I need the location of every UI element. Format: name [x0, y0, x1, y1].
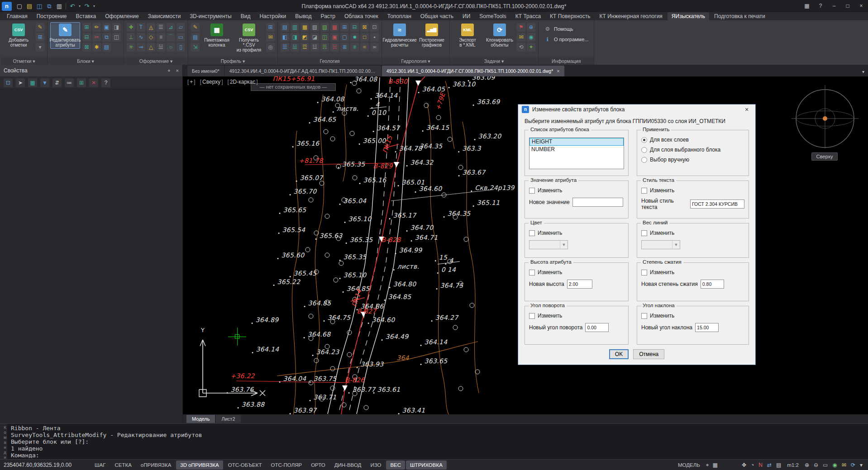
- ribbon-tool-icon[interactable]: ☰: [281, 43, 289, 52]
- status-toggle[interactable]: ИЗО: [366, 461, 385, 470]
- saved-views-dropdown[interactable]: — нет сохраненных видов —: [251, 83, 336, 91]
- ribbon-tool-icon[interactable]: ∿: [137, 33, 145, 42]
- ribbon-tab-3[interactable]: Вставка: [72, 12, 100, 20]
- save-all-icon[interactable]: ⧉: [44, 0, 54, 12]
- apply-radio-option[interactable]: Для слоя выбранного блока: [641, 147, 744, 153]
- help-icon[interactable]: ?: [814, 0, 827, 12]
- ribbon-tool-icon[interactable]: ◎: [266, 43, 275, 52]
- screen-icon[interactable]: ▭: [823, 462, 828, 468]
- change-height-checkbox[interactable]: Изменить: [529, 269, 624, 275]
- ribbon-tool-icon[interactable]: Т: [137, 23, 145, 32]
- new-rotation-input[interactable]: [585, 323, 609, 332]
- ribbon-tool-icon[interactable]: ▣: [330, 33, 339, 42]
- ribbon-tool-icon[interactable]: ⊡: [370, 23, 379, 32]
- ribbon-tab-8[interactable]: Настройки: [255, 12, 290, 20]
- change-lineweight-checkbox[interactable]: Изменить: [641, 230, 744, 236]
- new-style-input[interactable]: [690, 199, 744, 209]
- chevron-down-icon[interactable]: ▼: [560, 241, 568, 249]
- ribbon-tool-icon[interactable]: ✦: [527, 43, 535, 52]
- checkbox-box[interactable]: [529, 313, 535, 319]
- ribbon-tool-icon[interactable]: ▥: [291, 23, 299, 32]
- ribbon-tool-icon[interactable]: ⊠: [360, 23, 369, 32]
- apply-radio-option[interactable]: Для всех слоев: [641, 137, 744, 143]
- ribbon-tool-icon[interactable]: ≣: [340, 43, 349, 52]
- ribbon-tool-icon[interactable]: ≡: [350, 43, 359, 52]
- mail-icon[interactable]: ✉: [842, 462, 846, 468]
- ribbon-tool-icon[interactable]: ⊸: [137, 43, 145, 52]
- ribbon-group-label[interactable]: Отметки ▾: [1, 57, 47, 65]
- ribbon-tool-icon[interactable]: □: [360, 33, 369, 42]
- command-history[interactable]: Ribbon - ЛентаSurveyTools_AttributeModif…: [7, 424, 868, 459]
- add-marks-button[interactable]: CSVДобавить отметки: [4, 22, 33, 49]
- ribbon-tab-15[interactable]: SomeTools: [475, 12, 510, 20]
- status-toggle[interactable]: ДИН-ВВОД: [330, 461, 366, 470]
- ribbon-tool-icon[interactable]: ▨: [320, 23, 329, 32]
- ribbon-group-label[interactable]: Геология: [278, 57, 382, 65]
- layout-tab-1[interactable]: Модель: [186, 415, 215, 423]
- ribbon-tool-icon[interactable]: ✎: [191, 23, 200, 32]
- ribbon-tool-icon[interactable]: ◫: [320, 33, 329, 42]
- export-kml-button[interactable]: KMLЭкспорт в *.KML: [453, 22, 482, 49]
- edit-attributes-button[interactable]: ✎Редактировать атрибуты: [50, 22, 80, 49]
- new-value-input[interactable]: [572, 198, 623, 207]
- pin-icon[interactable]: ⌖: [167, 68, 170, 74]
- chevron-down-icon[interactable]: ▾: [862, 69, 864, 74]
- filter-icon[interactable]: ▼: [40, 78, 49, 87]
- ribbon-tool-icon[interactable]: ▧: [310, 23, 319, 32]
- ribbon-tool-icon[interactable]: ☳: [310, 43, 319, 52]
- assign-icon[interactable]: ≔: [65, 78, 74, 87]
- ok-button[interactable]: OK: [609, 349, 629, 359]
- ribbon-tool-icon[interactable]: ⇲: [191, 43, 200, 52]
- status-toggle[interactable]: ВЕС: [386, 461, 405, 470]
- status-toggle[interactable]: ШАГ: [91, 461, 110, 470]
- maximize-icon[interactable]: □: [841, 0, 854, 12]
- status-toggle[interactable]: 3D оПРИВЯЗКА: [176, 461, 223, 470]
- ribbon-tool-icon[interactable]: ▱: [176, 23, 185, 32]
- attribute-list-item[interactable]: NUMBER: [529, 146, 624, 153]
- ribbon-tool-icon[interactable]: ▦: [300, 23, 309, 32]
- ribbon-tab-14[interactable]: ИИ: [458, 12, 474, 20]
- attribute-list-item[interactable]: HEIGHT: [529, 138, 624, 146]
- ribbon-tab-19[interactable]: ЯИзыскатель: [668, 12, 709, 20]
- ribbon-tool-icon[interactable]: ☰: [157, 23, 165, 32]
- status-toggle[interactable]: оПРИВЯЗКА: [137, 461, 176, 470]
- ribbon-tool-icon[interactable]: ⧉: [102, 33, 111, 42]
- pick-icon[interactable]: ➤: [16, 78, 25, 87]
- apply-radio-option[interactable]: Выбор вручную: [641, 157, 744, 163]
- ribbon-tool-icon[interactable]: ▤: [102, 43, 111, 52]
- ribbon-group-label[interactable]: Оформление ▾: [124, 57, 188, 65]
- ribbon-tool-icon[interactable]: ◨: [291, 33, 299, 42]
- change-value-checkbox[interactable]: Изменить: [529, 187, 624, 194]
- change-oblique-checkbox[interactable]: Изменить: [641, 313, 744, 319]
- ribbon-tool-icon[interactable]: ▣: [102, 23, 111, 32]
- navigation-wheel[interactable]: Сверху: [791, 80, 859, 164]
- ribbon-tool-icon[interactable]: ◬: [147, 23, 155, 32]
- ribbon-tool-icon[interactable]: ⊟: [82, 33, 91, 42]
- layout-icon[interactable]: ⌖: [706, 462, 709, 468]
- ribbon-tool-icon[interactable]: ○: [167, 43, 175, 52]
- zoom-out-icon[interactable]: ⊖: [814, 462, 818, 468]
- document-tab-3[interactable]: 4912.301.ИИ.1_0.0004-0-ИГДИ-Г.СГ.008.ПК0…: [382, 66, 564, 76]
- get-csv-button[interactable]: CSVПолучить *.CSV из профиля: [234, 22, 264, 54]
- redo-menu-icon[interactable]: ▾: [92, 0, 96, 12]
- document-tab-2[interactable]: 4912.304.ИИ.4_0.0004-0-ИГДИ-Г.АД.401.ПК0…: [225, 66, 381, 76]
- ribbon-tab-5[interactable]: Зависимости: [144, 12, 185, 20]
- ribbon-tool-icon[interactable]: ▤: [281, 23, 289, 32]
- clock-icon[interactable]: ◔: [751, 462, 754, 468]
- ribbon-tool-icon[interactable]: ◇: [147, 33, 155, 42]
- ribbon-tab-18[interactable]: КТ Инженерная геология: [596, 12, 667, 20]
- print-icon[interactable]: ▥: [54, 0, 64, 12]
- ribbon-tool-icon[interactable]: ◨: [112, 23, 121, 32]
- ribbon-tool-icon[interactable]: ▤: [191, 33, 200, 42]
- ribbon-tool-icon[interactable]: ⊿: [167, 23, 175, 32]
- undo-icon[interactable]: ↶: [67, 0, 77, 12]
- checkbox-box[interactable]: [529, 188, 535, 194]
- ribbon-tool-icon[interactable]: ✚: [127, 23, 135, 32]
- drawing-canvas[interactable]: 364.08В-830363.10363.09364.05364.14364.0…: [183, 76, 868, 414]
- ribbon-tool-icon[interactable]: ☱: [291, 43, 299, 52]
- status-toggle[interactable]: ШТРИХОВКА: [406, 461, 447, 470]
- new-compression-input[interactable]: [701, 280, 724, 289]
- ribbon-tab-17[interactable]: КТ Поверхность: [546, 12, 594, 20]
- status-toggle[interactable]: ОТС-ПОЛЯР: [267, 461, 306, 470]
- ribbon-tab-7[interactable]: Вид: [237, 12, 255, 20]
